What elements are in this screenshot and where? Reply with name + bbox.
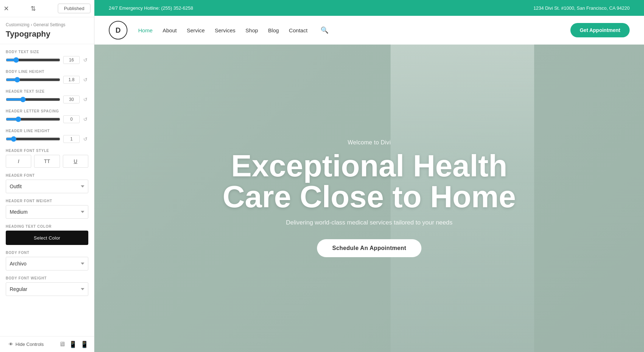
heading-text-color-label: HEADING TEXT COLOR: [6, 224, 88, 228]
nav-services[interactable]: Services: [215, 27, 235, 33]
nav-home[interactable]: Home: [138, 27, 153, 33]
breadcrumb-customizing[interactable]: Customizing: [6, 22, 29, 27]
body-line-height-label: BODY LINE HEIGHT: [6, 70, 88, 74]
hero-content: Welcome to Divi Exceptional Health Care …: [215, 139, 523, 257]
font-style-smallcaps-btn[interactable]: TT: [34, 155, 60, 168]
header-letter-spacing-slider[interactable]: [6, 116, 60, 122]
header-font-select[interactable]: Outfit Arial Georgia Helvetica Roboto: [6, 180, 88, 193]
nav-contact[interactable]: Contact: [289, 27, 308, 33]
desktop-icon[interactable]: 🖥: [59, 341, 65, 348]
header-font-label: HEADER FONT: [6, 173, 88, 177]
hide-controls-button[interactable]: 👁 Hide Controls: [6, 340, 47, 348]
panel-bottom: 👁 Hide Controls 🖥 📱 📱: [0, 336, 94, 352]
panel-title: Typography: [0, 29, 94, 44]
nav-about[interactable]: About: [163, 27, 177, 33]
header-letter-spacing-group: HEADER LETTER SPACING ↺: [6, 109, 88, 123]
published-button[interactable]: Published: [58, 4, 90, 13]
header-letter-spacing-reset[interactable]: ↺: [83, 116, 88, 123]
hero-description: Delivering world-class medical services …: [223, 219, 516, 226]
body-font-weight-select[interactable]: Regular Thin Light Medium Bold: [6, 282, 88, 296]
body-line-height-reset[interactable]: ↺: [83, 76, 88, 83]
hero-section: Welcome to Divi Exceptional Health Care …: [94, 45, 644, 352]
close-icon[interactable]: ✕: [4, 5, 9, 13]
smallcaps-icon: TT: [44, 158, 50, 164]
hero-title-line2: Care Close to Home: [223, 179, 516, 214]
mobile-icon[interactable]: 📱: [80, 341, 88, 348]
header-font-weight-select[interactable]: Thin Light Regular Medium Bold Extra Bol…: [6, 205, 88, 219]
italic-icon: I: [18, 158, 19, 164]
body-line-height-slider-row: ↺: [6, 76, 88, 84]
body-text-size-group: BODY TEXT SIZE ↺: [6, 50, 88, 64]
get-appointment-button[interactable]: Get Appointment: [570, 23, 630, 37]
header-line-height-reset[interactable]: ↺: [83, 135, 88, 143]
header-text-size-input[interactable]: [63, 96, 80, 103]
body-text-size-slider[interactable]: [6, 57, 60, 63]
hero-title-line1: Exceptional Health: [231, 148, 507, 183]
font-style-underline-btn[interactable]: U: [63, 155, 88, 168]
header-letter-spacing-input[interactable]: [63, 115, 80, 123]
site-top-bar: 24/7 Emergency Hotline: (255) 352-6258 1…: [94, 0, 644, 16]
hotline-text: 24/7 Emergency Hotline: (255) 352-6258: [109, 5, 193, 11]
header-line-height-label: HEADER LINE HEIGHT: [6, 129, 88, 133]
tablet-icon[interactable]: 📱: [69, 341, 77, 348]
body-font-group: BODY FONT Archivo Arial Georgia Helvetic…: [6, 251, 88, 270]
breadcrumb-separator: ›: [31, 22, 33, 27]
font-style-row: I TT U: [6, 155, 88, 168]
underline-icon: U: [74, 158, 77, 164]
body-text-size-slider-row: ↺: [6, 56, 88, 64]
preview-area: 24/7 Emergency Hotline: (255) 352-6258 1…: [94, 0, 644, 352]
swap-icon[interactable]: ⇅: [31, 5, 36, 13]
header-font-style-label: HEADER FONT STYLE: [6, 149, 88, 153]
body-text-size-input[interactable]: [63, 56, 80, 64]
heading-text-color-group: HEADING TEXT COLOR Select Color: [6, 224, 88, 245]
header-text-size-group: HEADER TEXT SIZE ↺: [6, 89, 88, 103]
header-line-height-input[interactable]: [63, 135, 80, 143]
header-line-height-slider-row: ↺: [6, 135, 88, 143]
site-logo: D: [109, 21, 127, 40]
device-icons: 🖥 📱 📱: [59, 341, 88, 348]
header-letter-spacing-slider-row: ↺: [6, 115, 88, 123]
panel-body: BODY TEXT SIZE ↺ BODY LINE HEIGHT ↺ HEAD…: [0, 44, 94, 336]
body-font-label: BODY FONT: [6, 251, 88, 255]
schedule-appointment-button[interactable]: Schedule An Appointment: [317, 239, 421, 257]
eye-icon: 👁: [9, 342, 13, 347]
body-text-size-reset[interactable]: ↺: [83, 56, 88, 64]
body-text-size-label: BODY TEXT SIZE: [6, 50, 88, 54]
header-line-height-group: HEADER LINE HEIGHT ↺: [6, 129, 88, 143]
header-text-size-slider-row: ↺: [6, 96, 88, 103]
body-line-height-slider[interactable]: [6, 77, 60, 83]
site-nav: D Home About Service Services Shop Blog …: [94, 16, 644, 45]
body-line-height-input[interactable]: [63, 76, 80, 84]
nav-blog[interactable]: Blog: [268, 27, 279, 33]
header-font-weight-label: HEADER FONT WEIGHT: [6, 199, 88, 203]
header-letter-spacing-label: HEADER LETTER SPACING: [6, 109, 88, 113]
hero-subtitle: Welcome to Divi: [223, 139, 516, 146]
header-text-size-reset[interactable]: ↺: [83, 96, 88, 103]
select-color-button[interactable]: Select Color: [6, 231, 88, 245]
header-text-size-slider[interactable]: [6, 97, 60, 102]
nav-service[interactable]: Service: [187, 27, 205, 33]
site-nav-links: Home About Service Services Shop Blog Co…: [138, 26, 560, 34]
header-line-height-slider[interactable]: [6, 136, 60, 142]
breadcrumb: Customizing › General Settings: [0, 17, 94, 29]
header-text-size-label: HEADER TEXT SIZE: [6, 89, 88, 93]
header-font-group: HEADER FONT Outfit Arial Georgia Helveti…: [6, 173, 88, 193]
hero-title: Exceptional Health Care Close to Home: [223, 150, 516, 212]
breadcrumb-section[interactable]: General Settings: [33, 22, 65, 27]
panel-top-bar: ✕ ⇅ Published: [0, 0, 94, 17]
body-line-height-group: BODY LINE HEIGHT ↺: [6, 70, 88, 84]
header-font-weight-group: HEADER FONT WEIGHT Thin Light Regular Me…: [6, 199, 88, 219]
address-text: 1234 Divi St. #1000, San Francisco, CA 9…: [533, 5, 630, 11]
hide-controls-label: Hide Controls: [15, 342, 44, 347]
header-font-style-group: HEADER FONT STYLE I TT U: [6, 149, 88, 168]
nav-search-icon[interactable]: 🔍: [321, 26, 328, 34]
font-style-italic-btn[interactable]: I: [6, 155, 31, 168]
body-font-weight-group: BODY FONT WEIGHT Regular Thin Light Medi…: [6, 276, 88, 296]
body-font-select[interactable]: Archivo Arial Georgia Helvetica Roboto: [6, 257, 88, 270]
body-font-weight-label: BODY FONT WEIGHT: [6, 276, 88, 280]
left-panel: ✕ ⇅ Published Customizing › General Sett…: [0, 0, 94, 352]
nav-shop[interactable]: Shop: [246, 27, 258, 33]
